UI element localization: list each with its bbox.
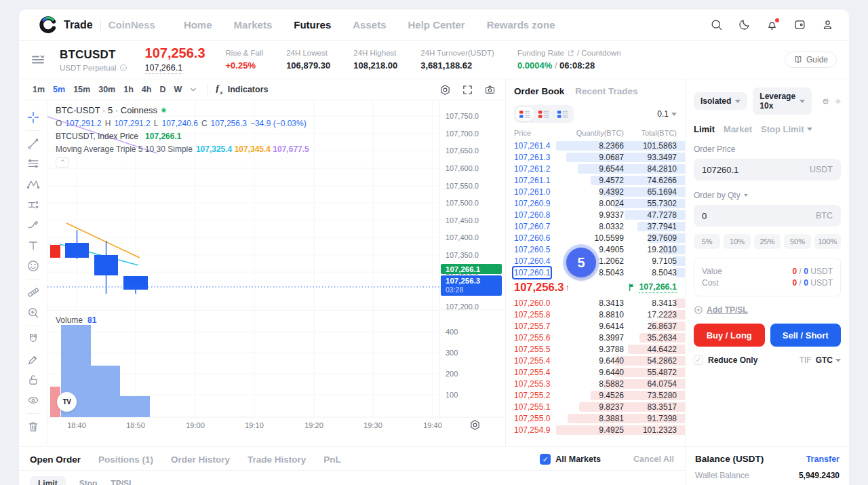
orderbook-row[interactable]: 107,255.38.588264.0754: [506, 378, 685, 389]
ob-mode-asks-icon[interactable]: [535, 107, 553, 121]
order-type-limit[interactable]: Limit: [694, 124, 715, 134]
percent-50[interactable]: 50%: [784, 234, 810, 249]
position-tool-icon[interactable]: [26, 198, 40, 212]
ask-price[interactable]: 107,260.8: [514, 210, 567, 220]
camera-icon[interactable]: [484, 84, 496, 96]
bid-price[interactable]: 107,255.4: [514, 368, 567, 377]
orderbook-row[interactable]: 107,260.98.002455.7302: [506, 197, 685, 209]
app-title[interactable]: Trade: [64, 19, 93, 31]
orderbook-row[interactable]: 107,260.78.033237.7941: [506, 220, 685, 232]
moon-icon[interactable]: [738, 18, 751, 31]
fib-lines-icon[interactable]: [26, 157, 40, 171]
orderbook-row[interactable]: 107,255.49.644054.2862: [506, 355, 685, 366]
tif-dropdown[interactable]: GTC: [816, 355, 841, 365]
buy-long-button[interactable]: Buy / Long: [694, 324, 765, 347]
order-type-stop-limit[interactable]: Stop Limit: [761, 124, 812, 134]
legend-collapse-button[interactable]: ⌃: [56, 157, 69, 168]
percent-25[interactable]: 25%: [754, 234, 781, 249]
orderbook-row[interactable]: 107,260.08.34138.3413: [506, 297, 685, 309]
ask-price[interactable]: 107,261.4: [514, 141, 567, 151]
market-list-icon[interactable]: [30, 52, 46, 68]
order-type-market[interactable]: Market: [724, 124, 752, 134]
ask-price[interactable]: 107,260.5: [514, 245, 567, 254]
orderbook-row[interactable]: 107,255.59.378844.6422: [506, 343, 685, 355]
bid-price[interactable]: 107,255.3: [514, 379, 567, 389]
chart-symbol-label[interactable]: BTC-USDT · 5 · Coinness: [56, 105, 157, 115]
index-price[interactable]: 107,266.1: [145, 63, 183, 74]
brush-icon[interactable]: [26, 218, 40, 232]
tab-order-history[interactable]: Order History: [171, 454, 230, 465]
cancel-all-button[interactable]: Cancel All: [633, 454, 674, 464]
settings-gear-icon[interactable]: [835, 96, 841, 107]
orderbook-row[interactable]: 107,260.18.50438.5043: [506, 267, 685, 278]
orderbook-row[interactable]: 107,261.09.439265.1694: [506, 186, 685, 197]
guide-button[interactable]: Guide: [785, 52, 837, 68]
trash-icon[interactable]: [26, 420, 40, 433]
orderbook-row[interactable]: 107,255.08.388191.7398: [506, 412, 685, 424]
ask-price[interactable]: 107,260.4: [514, 256, 567, 266]
fullscreen-icon[interactable]: [462, 84, 473, 96]
bid-price[interactable]: 107,255.5: [514, 345, 567, 354]
calculator-icon[interactable]: [823, 96, 829, 107]
leverage-dropdown[interactable]: Leverage 10x: [753, 88, 812, 115]
orderbook-row[interactable]: 107,261.48.2366101.5863: [506, 140, 685, 151]
zoom-in-icon[interactable]: [26, 306, 40, 319]
qty-mode-dropdown[interactable]: Order by Qty: [694, 191, 841, 200]
hide-drawings-icon[interactable]: [26, 393, 40, 407]
nav-item-home[interactable]: Home: [184, 19, 212, 31]
ask-price[interactable]: 107,261.2: [514, 164, 567, 174]
orderbook-row[interactable]: 107,260.89.933747.7278: [506, 209, 685, 220]
orderbook-row[interactable]: 107,255.68.399735.2634: [506, 332, 685, 343]
margin-mode-dropdown[interactable]: Isolated: [694, 92, 747, 110]
orderbook-row[interactable]: 107,255.79.641426.8637: [506, 320, 685, 332]
coinness-logo-icon[interactable]: [39, 16, 58, 34]
tab-pnl[interactable]: PnL: [323, 454, 341, 465]
reduce-only-checkbox[interactable]: ✓: [694, 355, 703, 365]
ruler-icon[interactable]: [26, 286, 40, 299]
subtab-stop[interactable]: Stop: [79, 479, 98, 485]
sell-short-button[interactable]: Sell / Short: [770, 324, 842, 347]
bid-price[interactable]: 107,260.0: [514, 298, 567, 308]
tab-open-order[interactable]: Open Order: [30, 454, 81, 465]
bell-icon[interactable]: [766, 18, 778, 31]
orderbook-row[interactable]: 107,255.19.823783.3517: [506, 401, 685, 412]
brand-name[interactable]: CoinNess: [108, 19, 155, 31]
timeframe-1m[interactable]: 1m: [28, 83, 49, 96]
bid-price[interactable]: 107,255.4: [514, 356, 567, 366]
ask-price[interactable]: 107,261.3: [514, 153, 567, 162]
tab-order-book[interactable]: Order Book: [514, 86, 564, 96]
bid-price[interactable]: 107,255.8: [514, 310, 567, 319]
tab-positions-1-[interactable]: Positions (1): [98, 454, 153, 465]
orderbook-row[interactable]: 107,255.49.644055.4872: [506, 366, 685, 378]
timeframe-5m[interactable]: 5m: [49, 83, 69, 96]
tab-recent-trades[interactable]: Recent Trades: [575, 86, 637, 96]
percent-100[interactable]: 100%: [814, 234, 841, 249]
timeframe-more-chevron-icon[interactable]: [189, 85, 198, 94]
percent-5[interactable]: 5%: [694, 234, 720, 249]
timeframe-D[interactable]: D: [155, 83, 170, 96]
timeframe-30m[interactable]: 30m: [94, 83, 119, 96]
nav-item-futures[interactable]: Futures: [294, 19, 331, 31]
orderbook-row[interactable]: 107,255.29.452673.5280: [506, 389, 685, 401]
nav-item-rewards-zone[interactable]: Rewards zone: [487, 19, 555, 31]
bid-price[interactable]: 107,255.1: [514, 402, 567, 412]
trendline-icon[interactable]: [26, 137, 40, 151]
order-price-input[interactable]: 107260.1 USDT: [694, 159, 841, 180]
orderbook-row[interactable]: 107,261.19.457274.6266: [506, 174, 685, 186]
timeframe-15m[interactable]: 15m: [69, 83, 94, 96]
ask-price[interactable]: 107,260.9: [514, 199, 567, 208]
lock-drawings-icon[interactable]: [26, 353, 40, 366]
orderbook-row[interactable]: 107,261.29.654484.2810: [506, 163, 685, 174]
nav-item-markets[interactable]: Markets: [234, 19, 273, 31]
orderbook-row[interactable]: 107,255.88.881017.2223: [506, 309, 685, 320]
subtab-limit[interactable]: Limit: [30, 476, 66, 485]
quantity-input[interactable]: 0 BTC: [694, 205, 841, 227]
orderbook-row[interactable]: 107,261.39.068793.3497: [506, 151, 685, 163]
ob-mode-both-icon[interactable]: [516, 107, 534, 121]
info-icon[interactable]: [119, 64, 127, 72]
ask-price[interactable]: 107,260.6: [514, 233, 567, 243]
symbol-name[interactable]: BTCUSDT: [60, 48, 127, 62]
bid-price[interactable]: 107,255.2: [514, 391, 567, 400]
user-icon[interactable]: [821, 18, 834, 31]
timeframe-1h[interactable]: 1h: [119, 83, 138, 96]
